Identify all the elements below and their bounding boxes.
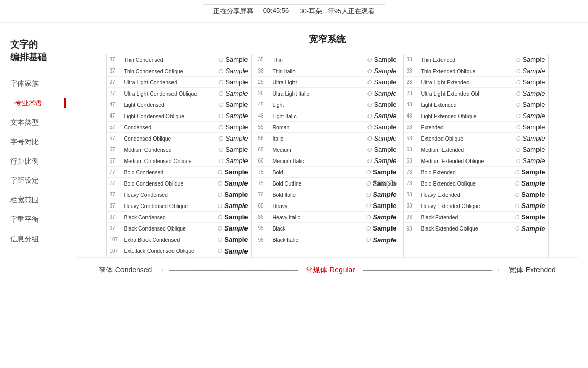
font-name: Extended <box>421 124 514 130</box>
font-num: 45 <box>258 102 273 107</box>
font-num: 25 <box>258 79 273 85</box>
font-icon: O <box>516 135 521 142</box>
font-name: Black Extended <box>421 214 513 220</box>
font-num: 67 <box>110 158 124 164</box>
font-icon: O <box>366 180 371 187</box>
font-icon: O <box>219 79 224 85</box>
font-icon: O <box>219 57 224 63</box>
sidebar-item-text-type[interactable]: 文本类型 <box>0 113 66 132</box>
font-sample: Sample <box>373 213 396 221</box>
font-name: Ultra Light Italic <box>273 90 365 97</box>
font-row: 75 Bold O Sample <box>255 167 400 178</box>
font-num: 43 <box>407 102 421 107</box>
font-sample: Sample <box>225 56 248 63</box>
font-sample: Sample <box>374 134 396 142</box>
font-icon: O <box>218 180 223 187</box>
font-icon: O <box>515 203 520 209</box>
font-name: Ultra Light Extended <box>421 79 514 85</box>
font-name: Medium Extended <box>421 147 514 153</box>
timer: 00:45:56 <box>263 7 289 16</box>
font-row: 47 Light Condensed O Sample <box>107 99 251 110</box>
font-name: Ultra Light Condensed <box>124 79 217 85</box>
font-sample: Sample <box>522 112 545 120</box>
font-name: Medium Condensed Oblique <box>124 158 217 164</box>
font-sample: Sample <box>373 191 396 198</box>
font-icon: O <box>515 214 520 220</box>
font-sample: Sample <box>522 101 545 108</box>
font-num: 53 <box>407 124 421 130</box>
sidebar-item-weight-balance[interactable]: 字重平衡 <box>0 210 66 229</box>
font-row: 73 Bold Extended Oblique O Sample <box>404 178 548 189</box>
font-sample: Sample <box>225 123 248 131</box>
font-name: Light <box>273 102 365 108</box>
font-row: 76 Bold Italic O Sample <box>255 189 400 200</box>
sidebar-item-terminology[interactable]: ·专业术语 <box>0 94 66 113</box>
font-icon: O <box>368 135 372 142</box>
font-num: 87 <box>110 192 124 197</box>
font-icon: O <box>368 90 372 97</box>
font-icon: O <box>516 102 521 108</box>
sidebar-item-char-spacing[interactable]: 字距设定 <box>0 171 66 191</box>
font-row: 83 Heavy Extended O Sample <box>404 189 548 200</box>
font-row: 86 Heavy Italic O Sample <box>255 212 400 223</box>
font-row: 57 Condensed O Sample <box>107 122 251 133</box>
sidebar-item-col-range[interactable]: 栏宽范围 <box>0 191 66 210</box>
sidebar-item-info-group[interactable]: 信息分组 <box>0 229 66 249</box>
font-num: 93 <box>407 226 421 232</box>
font-sample: Sample <box>374 67 396 75</box>
font-num: 75 <box>258 169 273 175</box>
font-name: Bold Extended Oblique <box>421 180 513 187</box>
sidebar-item-font-family[interactable]: 字体家族 <box>0 74 66 94</box>
font-row: 27 Ultra Light Condensed O Sample <box>107 77 251 88</box>
sidebar-item-char-contrast[interactable]: 字号对比 <box>0 132 66 152</box>
sidebar-item-line-ratio[interactable]: 行距比例 <box>0 152 66 171</box>
viewer-count: 30-耳朵...等95人正在观看 <box>299 7 375 16</box>
font-num: 27 <box>110 90 124 96</box>
font-row: 77 Bold Condensed Oblique O Sample <box>107 178 251 189</box>
font-name: Bold Italic <box>273 192 364 198</box>
font-name: Thin Extended Oblique <box>421 68 514 74</box>
font-icon: O <box>219 90 224 97</box>
sidebar-title: 文字的编排基础 <box>0 33 66 69</box>
font-columns: 37 Thin Condensed O Sample 37 Thin Conde… <box>77 54 578 257</box>
font-row: 56 Italic O Sample <box>255 133 400 144</box>
font-icon: O <box>516 90 521 97</box>
font-num: 83 <box>407 192 421 197</box>
font-sample: Sample <box>522 157 545 165</box>
sidebar: 文字的编排基础 字体家族 ·专业术语 文本类型 字号对比 行距比例 字距设定 栏… <box>0 23 66 368</box>
font-sample: Sample <box>224 247 248 255</box>
font-row: 65 Medium O Sample <box>255 144 400 155</box>
font-sample: Sample <box>374 101 396 108</box>
font-row: 63 Medium Extended O Sample <box>404 144 548 155</box>
font-num: 77 <box>110 180 124 186</box>
font-row: 43 Light Extended Oblique O Sample <box>404 110 548 122</box>
font-name: Thin Condensed Oblique <box>124 68 217 74</box>
font-row: 26 Ultra Light Italic O Sample <box>255 88 400 99</box>
font-sample: Sample <box>224 179 248 187</box>
font-name: Light Condensed Oblique <box>124 113 217 119</box>
font-sample: Sample <box>522 78 545 86</box>
font-num: 53 <box>407 135 421 141</box>
font-icon: O <box>368 68 372 74</box>
font-name: Heavy Extended Oblique <box>421 203 513 209</box>
font-name: Medium Extended Oblique <box>421 158 514 164</box>
font-name: Bold <box>273 169 364 175</box>
font-icon: O <box>218 248 223 254</box>
font-icon: O <box>366 225 371 232</box>
font-sample: Sample <box>374 112 396 120</box>
font-icon: O <box>219 68 224 74</box>
font-num: 63 <box>407 147 421 152</box>
font-name: Bold Condensed Oblique <box>124 180 216 187</box>
font-row: 23 Ultra Light Extended Obl O Sample <box>404 88 548 99</box>
font-sample: Sample <box>373 236 396 244</box>
regular-label: 常规体-Regular <box>306 266 355 275</box>
font-row: 43 Light Extended O Sample <box>404 99 548 110</box>
font-num: 26 <box>258 90 273 96</box>
sharing-status: 正在分享屏幕 <box>213 7 253 16</box>
font-icon: O <box>515 225 520 232</box>
font-num: 67 <box>110 147 124 152</box>
font-icon: O <box>368 79 372 85</box>
font-num: 97 <box>110 225 124 231</box>
font-num: 56 <box>258 135 273 141</box>
font-num: 47 <box>110 113 124 119</box>
